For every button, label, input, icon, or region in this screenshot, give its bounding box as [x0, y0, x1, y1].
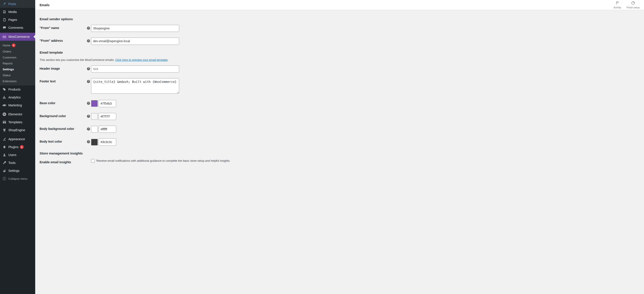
- insights-enable-label: Enable email insights: [40, 159, 86, 164]
- from-address-label: "From" address: [40, 38, 86, 42]
- templates-icon: [2, 120, 6, 124]
- sidebar-item-label: Plugins: [8, 145, 18, 149]
- sidebar-item-label: Marketing: [8, 104, 22, 107]
- topbar: Emails Activity Finish setup: [35, 0, 644, 10]
- collapse-icon: [2, 176, 6, 181]
- settings-icon: [2, 168, 6, 173]
- help-icon[interactable]: ?: [87, 80, 90, 83]
- submenu-label: Home: [3, 44, 10, 47]
- sidebar-item-posts[interactable]: Posts: [0, 0, 35, 8]
- sidebar-item-label: Media: [8, 10, 17, 14]
- sidebar-item-comments[interactable]: Comments: [0, 24, 35, 32]
- shopengine-icon: [2, 128, 6, 132]
- sidebar-item-label: Templates: [8, 120, 22, 124]
- sidebar-collapse[interactable]: Collapse menu: [0, 175, 35, 183]
- finish-setup-button[interactable]: Finish setup: [626, 1, 640, 9]
- sidebar-item-plugins[interactable]: Plugins 2: [0, 143, 35, 151]
- svg-point-1: [4, 154, 5, 155]
- help-icon[interactable]: ?: [87, 115, 90, 118]
- help-icon[interactable]: ?: [87, 140, 90, 143]
- sidebar-item-tools[interactable]: Tools: [0, 159, 35, 167]
- submenu-extensions[interactable]: Extensions: [0, 78, 35, 84]
- sidebar-item-label: Pages: [8, 18, 17, 21]
- submenu-label: Settings: [3, 68, 14, 71]
- progress-icon: [631, 1, 635, 6]
- sidebar-item-label: Elementor: [8, 113, 22, 116]
- submenu-customers[interactable]: Customers: [0, 54, 35, 60]
- sidebar-item-label: Analytics: [8, 96, 21, 99]
- submenu-orders[interactable]: Orders: [0, 49, 35, 54]
- help-icon[interactable]: ?: [87, 39, 90, 42]
- base-color-label: Base color: [40, 100, 86, 105]
- sidebar-item-label: Products: [8, 88, 20, 91]
- products-icon: [2, 87, 6, 92]
- submenu-reports[interactable]: Reports: [0, 60, 35, 66]
- analytics-icon: [2, 95, 6, 100]
- sidebar-item-pages[interactable]: Pages: [0, 16, 35, 24]
- footer-text-input[interactable]: [91, 78, 179, 94]
- sidebar-item-woocommerce[interactable]: woo WooCommerce: [0, 33, 35, 41]
- sidebar-item-analytics[interactable]: Analytics: [0, 93, 35, 101]
- body-bg-color-input[interactable]: [98, 126, 116, 133]
- submenu-settings[interactable]: Settings: [0, 66, 35, 72]
- sidebar-item-label: Appearance: [8, 137, 25, 141]
- sidebar-item-settings[interactable]: Settings: [0, 167, 35, 175]
- woocommerce-icon: woo: [2, 34, 6, 39]
- section-insights-heading: Store management insights: [40, 151, 640, 155]
- topbar-action-label: Finish setup: [626, 6, 640, 9]
- sidebar-item-shopengine[interactable]: ShopEngine: [0, 126, 35, 134]
- tools-icon: [2, 161, 6, 165]
- sidebar-item-templates[interactable]: Templates: [0, 118, 35, 126]
- from-address-input[interactable]: [91, 38, 179, 45]
- submenu-label: Extensions: [3, 80, 17, 83]
- help-icon[interactable]: ?: [87, 67, 90, 70]
- badge-count: 2: [20, 145, 24, 149]
- sidebar-item-media[interactable]: Media: [0, 8, 35, 16]
- submenu-label: Reports: [3, 62, 13, 65]
- sidebar-item-appearance[interactable]: Appearance: [0, 135, 35, 143]
- sidebar-item-elementor[interactable]: Elementor: [0, 110, 35, 118]
- badge-count: 4: [12, 43, 16, 47]
- help-icon[interactable]: ?: [87, 27, 90, 30]
- insights-enable-checkbox[interactable]: [91, 159, 95, 163]
- sidebar-item-users[interactable]: Users: [0, 151, 35, 159]
- page-title: Emails: [40, 3, 50, 7]
- body-text-color-swatch[interactable]: [91, 139, 98, 146]
- sidebar-item-products[interactable]: Products: [0, 85, 35, 93]
- bg-color-input[interactable]: [98, 113, 116, 120]
- base-color-input[interactable]: [98, 100, 116, 107]
- body-text-color-input[interactable]: [98, 139, 116, 146]
- body-text-color-label: Body text color: [40, 139, 86, 143]
- sidebar-item-label: Tools: [8, 161, 16, 164]
- sidebar-item-label: Comments: [8, 26, 23, 29]
- sidebar-item-label: Users: [8, 153, 16, 157]
- from-name-input[interactable]: [91, 25, 179, 32]
- sidebar-item-marketing[interactable]: Marketing: [0, 101, 35, 109]
- comments-icon: [2, 25, 6, 30]
- pin-icon: [2, 2, 6, 6]
- submenu-label: Customers: [3, 56, 16, 59]
- submenu-label: Orders: [3, 50, 12, 53]
- body-bg-color-label: Body background color: [40, 126, 86, 131]
- template-desc-text: This section lets you customize the WooC…: [40, 58, 115, 62]
- help-icon[interactable]: ?: [87, 128, 90, 131]
- header-image-input[interactable]: [91, 65, 179, 73]
- sidebar-item-label: Collapse menu: [8, 177, 28, 180]
- activity-button[interactable]: Activity: [614, 1, 621, 9]
- sidebar-item-label: Posts: [8, 2, 16, 6]
- section-sender-heading: Email sender options: [40, 17, 640, 21]
- submenu-home[interactable]: Home 4: [0, 42, 35, 49]
- base-color-swatch[interactable]: [91, 100, 98, 107]
- submenu-label: Status: [3, 74, 11, 77]
- elementor-icon: [2, 112, 6, 117]
- media-icon: [2, 10, 6, 14]
- template-description: This section lets you customize the WooC…: [40, 58, 640, 62]
- body-bg-color-swatch[interactable]: [91, 126, 98, 133]
- sidebar-item-label: WooCommerce: [8, 35, 30, 38]
- submenu-status[interactable]: Status: [0, 72, 35, 78]
- bg-color-swatch[interactable]: [91, 113, 98, 120]
- preview-template-link[interactable]: Click here to preview your email templat…: [115, 58, 168, 62]
- sidebar-item-label: Settings: [8, 169, 20, 172]
- help-icon[interactable]: ?: [87, 102, 90, 105]
- pages-icon: [2, 17, 6, 22]
